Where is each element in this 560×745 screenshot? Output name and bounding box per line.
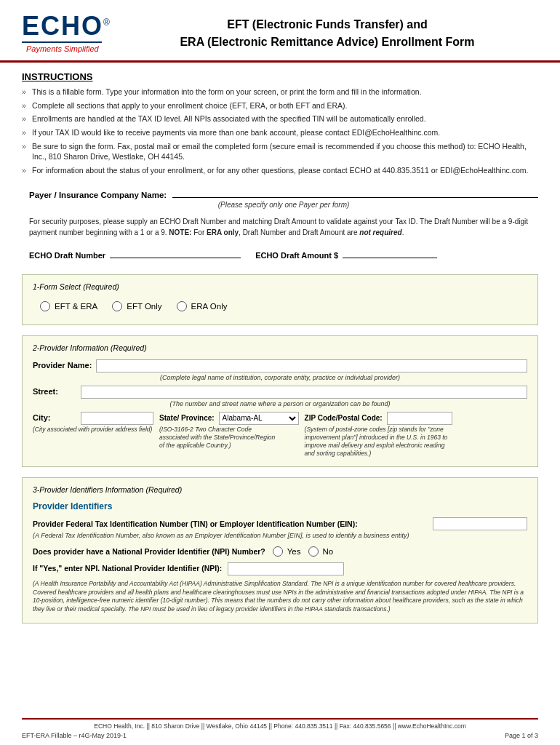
tin-input[interactable] (433, 517, 527, 530)
zip-block: ZIP Code/Postal Code: (System of postal-… (305, 412, 527, 458)
street-label: Street: (33, 387, 76, 396)
radio-circle-era-only[interactable] (177, 301, 187, 311)
provider-identifiers-heading: Provider Identifiers (33, 501, 527, 511)
street-hint: (The number and street name where a pers… (33, 400, 527, 407)
npi-question-label: Does provider have a National Provider I… (33, 547, 265, 556)
footer: ECHO Health, Inc. || 810 Sharon Drive ||… (0, 718, 560, 745)
zip-label: ZIP Code/Postal Code: (305, 414, 383, 422)
logo-area: ECHO® Payments Simplified (22, 13, 116, 53)
radio-label-eft-era: EFT & ERA (55, 302, 97, 311)
city-state-zip-row: City: (City associated with provider add… (33, 412, 527, 458)
instruction-item-1: This is a fillable form. Type your infor… (22, 87, 538, 97)
state-block: State/ Province: Alabama-AL (ISO-3166-2 … (159, 412, 299, 450)
provider-name-label: Provider Name: (33, 361, 92, 370)
draft-fields-row: ECHO Draft Number ECHO Draft Amount $ (22, 247, 538, 260)
npi-question-row: Does provider have a National Provider I… (33, 546, 527, 557)
section3-provider-identifiers: 3-Provider Identifiers Information (Requ… (22, 477, 538, 624)
instruction-item-4: If your TAX ID would like to receive pay… (22, 127, 538, 138)
header: ECHO® Payments Simplified EFT (Electroni… (0, 0, 560, 63)
draft-number-input[interactable] (110, 247, 241, 258)
radio-era-only[interactable]: ERA Only (177, 301, 228, 311)
zip-input[interactable] (387, 412, 452, 425)
npi-enter-label: If "Yes," enter NPI. National Provider I… (33, 564, 222, 573)
footer-bottom: EFT-ERA Fillable – r4G-May 2019-1 Page 1… (22, 732, 538, 739)
radio-eft-only[interactable]: EFT Only (112, 301, 161, 311)
draft-number-label: ECHO Draft Number (29, 251, 105, 260)
state-label: State/ Province: (159, 414, 215, 422)
provider-name-hint: (Complete legal name of institution, cor… (33, 374, 527, 381)
radio-label-eft-only: EFT Only (127, 302, 161, 311)
radio-eft-era[interactable]: EFT & ERA (40, 301, 97, 311)
zip-hint: (System of postal-zone codes [zip stands… (305, 426, 450, 458)
provider-name-row: Provider Name: (33, 359, 527, 372)
zip-label-row: ZIP Code/Postal Code: (305, 412, 527, 425)
section2-title: 2-Provider Information (Required) (33, 343, 527, 352)
street-input[interactable] (81, 386, 527, 399)
page: ECHO® Payments Simplified EFT (Electroni… (0, 0, 560, 745)
section3-title: 3-Provider Identifiers Information (Requ… (33, 485, 527, 494)
payer-note: (Please specify only one Payer per form) (22, 201, 538, 209)
instruction-item-5: Be sure to sign the form. Fax, postal ma… (22, 141, 538, 162)
section2-provider-info: 2-Provider Information (Required) Provid… (22, 335, 538, 467)
npi-input-row: If "Yes," enter NPI. National Provider I… (33, 562, 527, 575)
instructions-title: INSTRUCTIONS (22, 71, 538, 82)
instruction-item-3: Enrollments are handled at the TAX ID le… (22, 113, 538, 124)
radio-row: EFT & ERA EFT Only ERA Only (33, 298, 527, 316)
tin-hint: (A Federal Tax Identification Number, al… (33, 532, 527, 541)
draft-amount-label: ECHO Draft Amount $ (255, 251, 338, 260)
draft-amount-field: ECHO Draft Amount $ (255, 247, 437, 260)
npi-yes-radio[interactable]: Yes (273, 546, 301, 557)
draft-number-field: ECHO Draft Number (29, 247, 241, 260)
form-title: EFT (Electronic Funds Transfer) and ERA … (116, 16, 538, 51)
draft-amount-input[interactable] (343, 247, 437, 258)
street-row: Street: (33, 386, 527, 399)
provider-name-input[interactable] (96, 359, 527, 372)
footer-form-id: EFT-ERA Fillable – r4G-May 2019-1 (22, 732, 127, 739)
instruction-item-2: Complete all sections that apply to your… (22, 100, 538, 111)
radio-circle-eft-era[interactable] (40, 301, 50, 311)
instructions-list: This is a fillable form. Type your infor… (22, 87, 538, 176)
tin-label: Provider Federal Tax Identification Numb… (33, 519, 427, 528)
npi-no-circle[interactable] (308, 546, 319, 557)
npi-no-label: No (323, 547, 334, 556)
state-label-row: State/ Province: Alabama-AL (159, 412, 299, 425)
city-label: City: (33, 413, 76, 422)
npi-input[interactable] (228, 562, 344, 575)
echo-logo: ECHO® (22, 13, 116, 39)
draft-info: For security purposes, please supply an … (22, 216, 538, 238)
npi-yes-label: Yes (287, 547, 301, 556)
logo-tagline: Payments Simplified (26, 44, 116, 53)
state-select[interactable]: Alabama-AL (219, 412, 299, 425)
tin-row: Provider Federal Tax Identification Numb… (33, 517, 527, 530)
footer-divider (22, 718, 538, 720)
npi-yes-circle[interactable] (273, 546, 283, 557)
footer-address: ECHO Health, Inc. || 810 Sharon Drive ||… (22, 722, 538, 730)
payer-input-line[interactable] (172, 186, 538, 198)
section1-form-select: 1-Form Select (Required) EFT & ERA EFT O… (22, 274, 538, 325)
payer-label: Payer / Insurance Company Name: (29, 191, 167, 199)
main-content: INSTRUCTIONS This is a fillable form. Ty… (0, 65, 560, 641)
instruction-item-6: For information about the status of your… (22, 165, 538, 176)
city-input[interactable] (81, 412, 153, 425)
city-label-row: City: (33, 412, 153, 425)
state-hint: (ISO-3166-2 Two Character Code associate… (159, 426, 276, 450)
city-hint: (City associated with provider address f… (33, 426, 153, 434)
payer-row: Payer / Insurance Company Name: (22, 186, 538, 199)
footer-page: Page 1 of 3 (505, 732, 538, 739)
city-block: City: (City associated with provider add… (33, 412, 153, 434)
section1-title: 1-Form Select (Required) (33, 282, 527, 291)
npi-long-hint: (A Health Insurance Portability and Acco… (33, 580, 527, 615)
radio-label-era-only: ERA Only (191, 302, 228, 311)
radio-circle-eft-only[interactable] (112, 301, 122, 311)
npi-no-radio[interactable]: No (308, 546, 334, 557)
